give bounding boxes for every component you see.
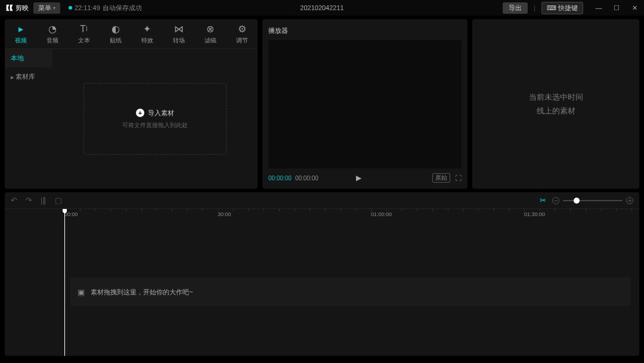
tab-fx[interactable]: ✦特效 [131, 19, 163, 48]
tab-video[interactable]: ▸视频 [5, 19, 36, 48]
zoom-out-button[interactable] [552, 197, 559, 204]
logo-icon [5, 3, 14, 13]
original-ratio-button[interactable]: 原始 [432, 173, 450, 183]
ruler-tick: 00:00 [64, 211, 78, 217]
app-name: 剪映 [16, 4, 29, 13]
sticker-icon: ◐ [112, 23, 120, 35]
zoom-slider[interactable] [563, 200, 623, 201]
ruler-tick: 01:00:00 [371, 211, 392, 217]
track-hint: 素材拖拽到这里，开始你的大作吧~ [91, 288, 193, 297]
timeline-panel: ↶ ↷ |‖ ▢ ✂ 00:00 30:00 01:00:00 01:30:00… [5, 192, 639, 356]
clip-icon: ▣ [78, 288, 85, 297]
minimize-button[interactable]: — [594, 4, 603, 12]
import-dropzone[interactable]: + 导入素材 可将文件直接拖入到此处 [83, 83, 227, 155]
tab-sticker[interactable]: ◐贴纸 [100, 19, 131, 48]
play-button[interactable]: ▶ [356, 174, 361, 182]
tool-tabs: ▸视频 ◔音频 TI文本 ◐贴纸 ✦特效 ⋈转场 ⊗滤镜 ⚙调节 [5, 19, 258, 49]
media-panel: ▸视频 ◔音频 TI文本 ◐贴纸 ✦特效 ⋈转场 ⊗滤镜 ⚙调节 本地 ▶素材库… [5, 19, 258, 189]
tab-text[interactable]: TI文本 [68, 19, 100, 48]
fullscreen-icon[interactable]: ⛶ [455, 174, 462, 182]
inspector-empty-text: 当前未选中时间 线上的素材 [529, 90, 583, 118]
redo-button[interactable]: ↷ [26, 196, 32, 205]
sidebar-item-local[interactable]: 本地 [5, 49, 52, 67]
ruler-tick: 30:00 [218, 211, 231, 217]
transition-icon: ⋈ [174, 23, 184, 35]
delete-button[interactable]: ▢ [55, 196, 62, 205]
fx-icon: ✦ [143, 23, 151, 35]
video-track[interactable]: ▣ 素材拖拽到这里，开始你的大作吧~ [70, 278, 631, 306]
timecode-duration: 00:00:00 [295, 175, 318, 182]
undo-button[interactable]: ↶ [11, 196, 17, 205]
video-icon: ▸ [18, 23, 23, 35]
playhead[interactable] [64, 209, 65, 356]
timecode-current: 00:00:00 [268, 175, 292, 182]
tab-transition[interactable]: ⋈转场 [163, 19, 194, 48]
chevron-down-icon: ▾ [53, 5, 55, 11]
player-panel: 播放器 00:00:00 00:00:00 ▶ 原始 ⛶ [262, 19, 467, 189]
player-title: 播放器 [268, 24, 462, 40]
ruler-tick: 01:30:00 [524, 211, 545, 217]
menu-button[interactable]: 菜单 ▾ [33, 2, 60, 14]
timeline-toolbar: ↶ ↷ |‖ ▢ ✂ [5, 192, 639, 209]
chevron-right-icon: ▶ [11, 75, 14, 79]
timeline-body[interactable]: 00:00 30:00 01:00:00 01:30:00 ▣ 素材拖拽到这里，… [5, 209, 639, 356]
tab-adjust[interactable]: ⚙调节 [226, 19, 258, 48]
keyboard-icon: ⌨ [547, 4, 556, 12]
text-icon: TI [80, 23, 88, 35]
zoom-in-button[interactable] [626, 197, 633, 204]
autosave-status: 22:11:49 自动保存成功 [69, 4, 142, 13]
export-button[interactable]: 导出 [503, 2, 528, 14]
maximize-button[interactable]: ☐ [612, 4, 621, 12]
import-hint: 可将文件直接拖入到此处 [122, 121, 188, 130]
plus-icon: + [136, 109, 144, 117]
tab-audio[interactable]: ◔音频 [36, 19, 68, 48]
app-logo: 剪映 [5, 3, 29, 13]
shortcut-button[interactable]: ⌨ 快捷键 [541, 2, 583, 14]
split-button[interactable]: |‖ [41, 196, 47, 205]
tab-filter[interactable]: ⊗滤镜 [194, 19, 226, 48]
status-dot-icon [69, 6, 72, 10]
snap-icon[interactable]: ✂ [540, 196, 546, 205]
filter-icon: ⊗ [206, 23, 214, 35]
audio-icon: ◔ [48, 23, 57, 35]
media-sidebar: 本地 ▶素材库 [5, 49, 52, 189]
title-bar: 剪映 菜单 ▾ 22:11:49 自动保存成功 202102042211 导出 … [0, 0, 644, 16]
close-button[interactable]: ✕ [630, 4, 639, 12]
adjust-icon: ⚙ [238, 23, 246, 35]
timeline-ruler[interactable]: 00:00 30:00 01:00:00 01:30:00 [64, 209, 639, 221]
import-label: 导入素材 [148, 109, 174, 118]
project-title: 202102042211 [300, 4, 343, 11]
sidebar-item-library[interactable]: ▶素材库 [5, 67, 52, 86]
zoom-thumb[interactable] [574, 198, 580, 204]
separator: | [534, 4, 535, 11]
player-viewport[interactable] [268, 40, 462, 168]
inspector-panel: 当前未选中时间 线上的素材 [472, 19, 639, 189]
